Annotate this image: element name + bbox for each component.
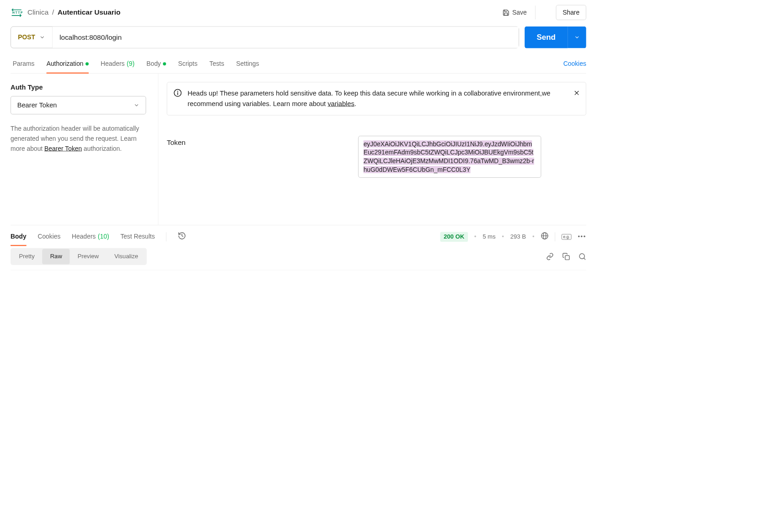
response-header: Body Cookies Headers (10) Test Results 2… — [11, 225, 586, 243]
save-icon — [502, 9, 509, 16]
more-options-button[interactable]: ••• — [578, 233, 586, 240]
close-icon — [573, 90, 580, 96]
view-raw[interactable]: Raw — [42, 249, 70, 264]
breadcrumb-parent[interactable]: Clinica — [27, 8, 48, 16]
http-icon: HTTP — [11, 8, 22, 16]
tab-scripts[interactable]: Scripts — [178, 60, 197, 68]
view-pretty[interactable]: Pretty — [11, 249, 42, 264]
close-banner-button[interactable] — [573, 90, 580, 98]
response-tab-test-results[interactable]: Test Results — [120, 233, 154, 240]
request-tabs: Params Authorization Headers (9) Body Sc… — [11, 54, 586, 74]
token-input[interactable]: eyJ0eXAiOiJKV1QiLCJhbGciOiJIUzI1NiJ9.eyJ… — [358, 136, 541, 178]
response-tab-body[interactable]: Body — [11, 233, 27, 240]
method-value: POST — [18, 34, 35, 41]
link-icon[interactable] — [546, 253, 554, 261]
chevron-down-icon — [574, 34, 580, 40]
headers-count: (9) — [127, 60, 134, 68]
bearer-token-link[interactable]: Bearer Token — [44, 145, 82, 152]
auth-type-select[interactable]: Bearer Token — [11, 96, 146, 114]
history-icon — [178, 232, 186, 240]
view-preview[interactable]: Preview — [70, 249, 106, 264]
tab-authorization[interactable]: Authorization — [47, 60, 89, 68]
copy-icon[interactable] — [562, 253, 570, 261]
save-dropdown-button[interactable] — [535, 5, 551, 19]
save-label: Save — [512, 9, 527, 16]
svg-rect-9 — [565, 255, 569, 260]
response-time: 5 ms — [483, 233, 495, 240]
info-icon — [174, 89, 182, 98]
variables-link[interactable]: variables — [328, 100, 355, 107]
info-banner: Heads up! These parameters hold sensitiv… — [167, 82, 586, 115]
svg-text:HTTP: HTTP — [12, 11, 22, 14]
svg-line-11 — [584, 258, 585, 260]
divider — [166, 232, 167, 241]
history-button[interactable] — [178, 232, 186, 242]
divider — [555, 232, 555, 241]
share-button[interactable]: Share — [556, 5, 586, 20]
chevron-down-icon — [39, 34, 45, 40]
view-visualize[interactable]: Visualize — [106, 249, 146, 264]
dot-indicator-icon — [163, 62, 166, 65]
globe-icon — [541, 232, 548, 239]
save-example-button[interactable]: e.g. — [562, 234, 572, 239]
breadcrumb-separator: / — [52, 8, 54, 16]
response-tab-headers[interactable]: Headers (10) — [72, 233, 109, 240]
token-label: Token — [167, 136, 350, 147]
breadcrumb: Clinica / Autenticar Usuario — [27, 8, 499, 16]
tab-tests[interactable]: Tests — [209, 60, 224, 68]
network-button[interactable] — [541, 232, 548, 241]
auth-description: The authorization header will be automat… — [11, 124, 146, 154]
tab-settings[interactable]: Settings — [236, 60, 259, 68]
response-size: 293 B — [510, 233, 526, 240]
cookies-link[interactable]: Cookies — [563, 60, 586, 68]
token-value: eyJ0eXAiOiJKV1QiLCJhbGciOiJIUzI1NiJ9.eyJ… — [363, 140, 534, 173]
send-dropdown-button[interactable] — [568, 27, 586, 48]
request-url-bar: POST — [11, 27, 519, 48]
method-select[interactable]: POST — [11, 27, 53, 48]
dot-indicator-icon — [85, 62, 89, 65]
response-headers-count: (10) — [98, 233, 109, 240]
svg-point-3 — [177, 91, 178, 91]
dots-icon: ••• — [578, 233, 586, 240]
save-button[interactable]: Save — [499, 6, 531, 19]
auth-type-label: Auth Type — [11, 83, 146, 91]
response-body-area[interactable] — [11, 270, 586, 376]
chevron-down-icon — [134, 102, 139, 108]
search-icon[interactable] — [579, 253, 586, 261]
response-tab-cookies[interactable]: Cookies — [37, 233, 60, 240]
breadcrumb-current: Autenticar Usuario — [58, 8, 121, 16]
tab-headers[interactable]: Headers (9) — [101, 60, 134, 68]
url-input[interactable] — [53, 27, 519, 48]
status-badge: 200 OK — [440, 232, 468, 242]
response-view-group: Pretty Raw Preview Visualize — [11, 248, 147, 265]
send-button[interactable]: Send — [525, 27, 568, 48]
chevron-down-icon — [541, 9, 546, 15]
tab-body[interactable]: Body — [146, 60, 166, 68]
tab-params[interactable]: Params — [13, 60, 35, 68]
auth-type-value: Bearer Token — [17, 101, 57, 109]
